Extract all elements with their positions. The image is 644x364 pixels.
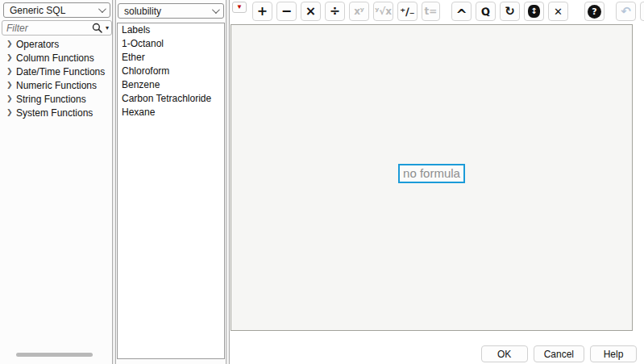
- shield-shape: ↕: [528, 5, 540, 18]
- keypad-toolbar: ▼ + − × ÷ xʸ ʸ√x ⁺∕₋ t=: [232, 2, 644, 21]
- tree-item-operators[interactable]: ❯ Operators: [0, 37, 113, 51]
- multiply-icon: ×: [305, 5, 316, 18]
- tree-item-string-functions[interactable]: ❯ String Functions: [0, 92, 113, 106]
- chevron-right-icon: ❯: [6, 65, 16, 78]
- subtract-button[interactable]: −: [276, 2, 297, 21]
- dangle-expression-button[interactable]: Q: [476, 2, 496, 21]
- cancel-button[interactable]: Cancel: [534, 345, 584, 362]
- tree-item-column-functions[interactable]: ❯ Column Functions: [0, 51, 113, 65]
- tree-item-label: Date/Time Functions: [16, 66, 105, 77]
- red-triangle-menu-button[interactable]: ▼: [232, 2, 247, 13]
- columns-dropdown[interactable]: solubility: [118, 3, 224, 19]
- list-item-carbon-tetrachloride[interactable]: Carbon Tetrachloride: [118, 92, 224, 106]
- switch-terms-button[interactable]: ↻: [500, 2, 520, 21]
- undo-arrow-icon: ↶: [621, 6, 631, 18]
- tree-item-label: Numeric Functions: [16, 80, 97, 91]
- help-button[interactable]: Help: [590, 345, 637, 362]
- filter-box: ▾: [2, 20, 112, 36]
- local-assignment-button[interactable]: t=: [422, 2, 440, 21]
- tree-item-numeric-functions[interactable]: ❯ Numeric Functions: [0, 78, 113, 92]
- tree-item-label: System Functions: [16, 107, 93, 119]
- plus-icon: +: [257, 5, 268, 18]
- category-dropdown-value: Generic SQL: [10, 5, 65, 16]
- filter-options-caret-icon[interactable]: ▾: [104, 24, 109, 31]
- tree-item-system-functions[interactable]: ❯ System Functions: [0, 106, 113, 119]
- category-dropdown[interactable]: Generic SQL: [3, 2, 110, 18]
- chevron-right-icon: ❯: [6, 92, 16, 106]
- chevron-right-icon: ❯: [6, 78, 16, 92]
- loop-icon: Q: [480, 5, 492, 17]
- empty-formula-selection-box[interactable]: no formula: [398, 164, 465, 183]
- power-icon: xʸ: [354, 6, 364, 16]
- delete-x-icon: ✕: [554, 6, 563, 17]
- peel-expression-button[interactable]: ^: [451, 2, 472, 21]
- list-item-labels[interactable]: Labels: [118, 23, 224, 37]
- chevron-down-icon: [98, 5, 106, 13]
- power-button[interactable]: xʸ: [349, 2, 369, 21]
- function-help-button[interactable]: ?: [584, 2, 605, 21]
- circular-arrows-icon: ↻: [505, 6, 515, 18]
- add-button[interactable]: +: [252, 2, 272, 21]
- minus-icon: −: [281, 5, 292, 18]
- formula-editor-dialog: Generic SQL ▾ ❯ Operators ❯ Column Funct…: [0, 0, 644, 364]
- chevron-right-icon: ❯: [6, 106, 16, 119]
- chevron-right-icon: ❯: [6, 51, 16, 65]
- empty-formula-text: no formula: [403, 166, 460, 180]
- tree-item-date-time-functions[interactable]: ❯ Date/Time Functions: [0, 65, 113, 78]
- multiply-button[interactable]: ×: [301, 2, 321, 21]
- chevron-right-icon: ❯: [6, 37, 16, 51]
- list-item-benzene[interactable]: Benzene: [118, 78, 224, 92]
- t-equals-icon: t=: [425, 6, 438, 16]
- caret-icon: ^: [455, 8, 467, 22]
- divide-button[interactable]: ÷: [325, 2, 345, 21]
- columns-panel: solubility Labels 1-Octanol Ether Chloro…: [117, 0, 226, 364]
- redo-button[interactable]: ↷: [640, 2, 644, 21]
- horizontal-scrollbar[interactable]: [16, 353, 93, 357]
- list-item-hexane[interactable]: Hexane: [118, 106, 224, 119]
- circle-shape: ?: [588, 5, 601, 19]
- undo-button[interactable]: ↶: [616, 2, 636, 21]
- question-mark-icon: ?: [592, 7, 596, 16]
- columns-dropdown-value: solubility: [124, 6, 161, 17]
- formula-canvas[interactable]: no formula: [231, 24, 633, 331]
- panel-splitter-left[interactable]: [112, 0, 116, 364]
- list-item-ether[interactable]: Ether: [118, 51, 224, 65]
- tree-item-label: Column Functions: [16, 52, 94, 64]
- chevron-down-icon: [212, 6, 220, 14]
- function-tree: ❯ Operators ❯ Column Functions ❯ Date/Ti…: [0, 37, 113, 119]
- columns-listbox: Labels 1-Octanol Ether Chloroform Benzen…: [117, 23, 225, 359]
- tree-item-label: String Functions: [16, 94, 86, 105]
- tree-item-label: Operators: [16, 39, 59, 50]
- plus-minus-icon: ⁺∕₋: [400, 6, 414, 17]
- divide-icon: ÷: [330, 5, 340, 18]
- delete-expression-button[interactable]: ✕: [548, 2, 568, 21]
- red-triangle-icon: ▼: [236, 4, 243, 10]
- editor-area: ▼ + − × ÷ xʸ ʸ√x ⁺∕₋ t=: [230, 0, 644, 364]
- functions-panel: Generic SQL ▾ ❯ Operators ❯ Column Funct…: [0, 0, 113, 364]
- search-icon: [92, 23, 102, 33]
- up-down-arrows-icon: ↕: [530, 7, 537, 15]
- switch-sign-button[interactable]: ⁺∕₋: [397, 2, 418, 21]
- list-item-chloroform[interactable]: Chloroform: [118, 65, 224, 78]
- dialog-footer: OK Cancel Help: [476, 345, 637, 362]
- ok-button[interactable]: OK: [481, 345, 528, 362]
- invert-expression-button[interactable]: ↕: [524, 2, 544, 21]
- filter-input[interactable]: [6, 23, 92, 34]
- list-item-1-octanol[interactable]: 1-Octanol: [118, 37, 224, 51]
- root-icon: ʸ√x: [375, 6, 392, 16]
- root-button[interactable]: ʸ√x: [373, 2, 393, 21]
